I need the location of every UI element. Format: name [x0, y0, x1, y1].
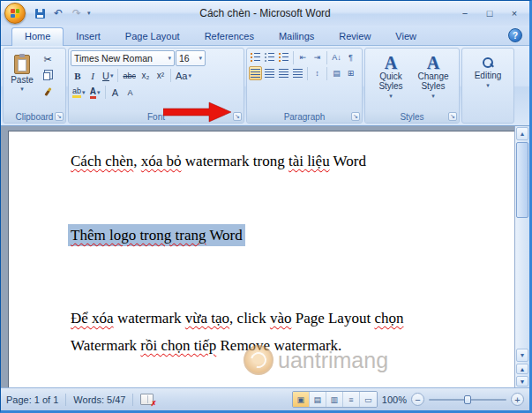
scroll-up-button[interactable]: ▲ [516, 127, 528, 140]
tab-mailings[interactable]: Mailings [266, 28, 326, 45]
paragraph-3-line-1: Để xóa watermark vừa tạo, click vào Page… [71, 304, 403, 332]
bold-button[interactable]: B [71, 68, 85, 83]
decrease-indent-button[interactable]: ⇤ [296, 50, 310, 64]
italic-button[interactable]: I [86, 68, 100, 83]
tab-insert[interactable]: Insert [64, 28, 113, 45]
font-color-button[interactable]: A▾ [88, 85, 102, 100]
quick-styles-button[interactable]: A Quick Styles ▾ [371, 50, 411, 109]
sort-button[interactable]: A↓ [330, 50, 343, 64]
change-styles-button[interactable]: A Change Styles ▾ [413, 50, 453, 109]
align-right-button[interactable] [277, 66, 290, 80]
undo-button[interactable]: ↶ [50, 5, 66, 21]
tab-view[interactable]: View [383, 28, 429, 45]
zoom-slider[interactable] [429, 399, 506, 401]
watermark-logo: uantrimang [244, 345, 388, 375]
tab-references[interactable]: References [192, 28, 266, 45]
align-center-button[interactable] [263, 66, 276, 80]
qat-customize-button[interactable]: ▾ [87, 10, 91, 17]
view-shortcuts: ▣ ▤ ▥ ≡ ▭ [292, 391, 378, 408]
text-highlight-button[interactable]: ab▾ [71, 85, 87, 100]
watermark-logo-icon [244, 345, 273, 375]
multilevel-list-icon [279, 53, 288, 62]
web-layout-view-button[interactable]: ▥ [326, 392, 343, 407]
draft-view-button[interactable]: ▭ [360, 392, 377, 407]
chevron-down-icon: ▾ [20, 86, 24, 93]
status-right-cluster: ▣ ▤ ▥ ≡ ▭ 100% − + [292, 391, 524, 408]
help-button[interactable]: ? [508, 28, 522, 42]
multilevel-list-button[interactable] [277, 50, 290, 64]
shrink-font-button[interactable]: A [124, 85, 138, 100]
paragraph-dialog-launcher[interactable]: ↘ [351, 112, 360, 121]
scroll-down-button[interactable]: ▼ [516, 349, 528, 362]
outline-view-button[interactable]: ≡ [343, 392, 360, 407]
print-layout-view-button[interactable]: ▣ [293, 392, 310, 407]
group-font: Times New Roman ▾ 16 ▾ B I U▾ abc x₂ x² [68, 48, 244, 124]
proofing-error-icon: ✗ [151, 400, 157, 408]
zoom-in-button[interactable]: + [511, 393, 524, 406]
shading-button[interactable]: ▤ [330, 66, 343, 80]
document-area: Cách chèn, xóa bỏ watermark trong tài li… [1, 126, 529, 387]
previous-page-button[interactable]: ▲ [516, 364, 528, 374]
paste-label: Paste [11, 75, 34, 85]
full-screen-view-button[interactable]: ▤ [310, 392, 326, 407]
minimize-button[interactable]: − [453, 5, 476, 21]
office-button[interactable] [4, 3, 26, 24]
clipboard-dialog-launcher[interactable]: ↘ [55, 112, 64, 121]
word-count[interactable]: Words: 5/47 [73, 394, 125, 405]
chevron-down-icon: ▾ [389, 91, 393, 101]
subscript-button[interactable]: x₂ [139, 68, 153, 83]
chevron-down-icon: ▾ [431, 91, 435, 101]
cut-button[interactable]: ✂ [41, 52, 55, 67]
group-paragraph: ⇤ ⇥ A↓ ¶ ↕ ▤ ⊞ Paragrap [246, 48, 363, 124]
selected-text: Thêm logo trong trang Word [71, 227, 243, 244]
font-name-combo[interactable]: Times New Roman ▾ [71, 50, 175, 66]
superscript-button[interactable]: x² [154, 68, 168, 83]
bullets-button[interactable] [249, 50, 262, 64]
chevron-down-icon: ▾ [82, 89, 86, 96]
grow-font-button[interactable]: A [109, 85, 123, 100]
paste-button[interactable]: Paste ▾ [5, 50, 39, 109]
tab-review[interactable]: Review [326, 28, 383, 45]
vertical-scrollbar[interactable]: ▲ ▼ ▲ ▼ [514, 126, 529, 387]
styles-dialog-launcher[interactable]: ↘ [448, 112, 457, 121]
chevron-down-icon: ▾ [486, 82, 490, 89]
numbering-button[interactable] [263, 50, 276, 64]
tab-home[interactable]: Home [11, 27, 64, 46]
styles-group-label: Styles [400, 112, 423, 122]
underline-button[interactable]: U▾ [101, 68, 115, 83]
zoom-level[interactable]: 100% [382, 394, 407, 405]
shrink-font-icon: A [128, 88, 133, 97]
maximize-button[interactable]: □ [478, 5, 501, 21]
tab-page-layout[interactable]: Page Layout [113, 28, 192, 45]
scrollbar-thumb[interactable] [516, 142, 528, 218]
editing-button[interactable]: Editing ▾ [465, 50, 511, 90]
editing-label: Editing [475, 71, 502, 80]
change-case-button[interactable]: Aa▾ [174, 68, 193, 83]
zoom-out-button[interactable]: − [411, 393, 424, 406]
borders-button[interactable]: ⊞ [344, 66, 357, 80]
document-page[interactable]: Cách chèn, xóa bỏ watermark trong tài li… [8, 131, 514, 387]
show-formatting-button[interactable]: ¶ [344, 50, 357, 64]
font-dialog-launcher[interactable]: ↘ [233, 112, 242, 121]
next-page-button[interactable]: ▼ [516, 376, 528, 387]
font-size-combo[interactable]: 16 ▾ [176, 50, 206, 66]
page-indicator[interactable]: Page: 1 of 1 [6, 394, 58, 405]
copy-button[interactable] [41, 68, 55, 83]
redo-button[interactable]: ↷ [69, 5, 85, 21]
increase-indent-button[interactable]: ⇥ [311, 50, 324, 64]
align-left-button[interactable] [249, 66, 262, 80]
watermark-text: uantrimang [278, 348, 388, 373]
proofing-status-icon[interactable]: ✗ [140, 394, 154, 405]
format-painter-button[interactable] [41, 84, 55, 99]
clipboard-group-label: Clipboard [16, 112, 54, 122]
strikethrough-button[interactable]: abc [121, 68, 138, 83]
titlebar: ↶ ↷ ▾ Cách chèn - Microsoft Word − □ × [1, 1, 529, 26]
save-button[interactable] [32, 5, 48, 21]
justify-button[interactable] [291, 66, 304, 80]
zoom-slider-thumb[interactable] [464, 395, 471, 404]
line-spacing-button[interactable]: ↕ [311, 66, 324, 80]
group-clipboard: Paste ▾ ✂ Clipboard ↘ [3, 48, 66, 124]
close-button[interactable]: × [503, 5, 526, 21]
find-icon [482, 56, 494, 69]
scrollbar-track[interactable] [516, 141, 528, 348]
